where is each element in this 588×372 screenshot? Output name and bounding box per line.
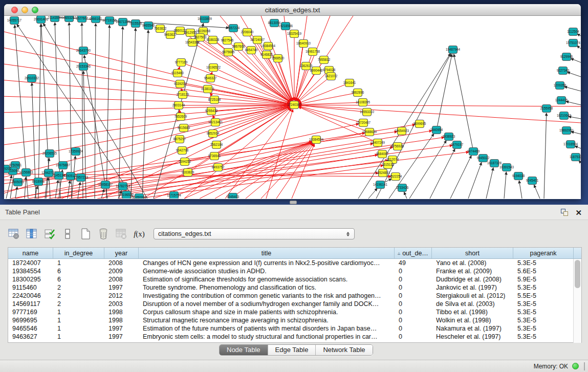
node-label: 9129946 — [560, 55, 573, 58]
function-builder-icon: f(x) — [134, 230, 145, 238]
node-label: 8938923 — [443, 135, 455, 138]
delete-table-button[interactable] — [97, 227, 110, 240]
cell-in_degree: 1 — [53, 308, 104, 316]
node-label: 1841641 — [343, 81, 356, 84]
new-table-button[interactable] — [79, 227, 92, 240]
node-label: 7562184 — [210, 143, 223, 146]
table-row[interactable]: 977716911998Corpus callosum shape and si… — [8, 308, 581, 316]
network-nodes: 1405571720691406211435991065328715276026… — [4, 16, 581, 199]
table-options-button[interactable] — [7, 227, 20, 240]
table-row[interactable]: 969969511998Structural magnetic resonanc… — [8, 316, 581, 324]
table-mode-tabs: Node Table Edge Table Network Table — [219, 344, 373, 356]
node-label: 9945022 — [477, 156, 490, 160]
cell-short: Hescheler et al. (1997) — [432, 333, 513, 341]
column-header-in_degree[interactable]: in_degree — [53, 248, 104, 258]
cell-out_de: 0 — [395, 267, 432, 275]
column-header-short[interactable]: short — [432, 248, 513, 258]
cell-pagerank: 5.3E-5 — [513, 308, 574, 316]
clear-selection-button[interactable] — [61, 227, 74, 240]
column-header-title[interactable]: title — [139, 248, 395, 258]
cell-year: 1997 — [104, 333, 139, 341]
node-label: 9875685 — [222, 50, 235, 54]
node-label: 9339201 — [174, 82, 187, 85]
node-label: 11381111 — [201, 87, 215, 91]
node-label: 1568520 — [272, 56, 285, 60]
table-row[interactable]: 1938455462009Genome-wide association stu… — [8, 267, 581, 275]
cell-name: 9777169 — [8, 308, 53, 316]
node-label: 18325419 — [287, 32, 302, 35]
node-label: 6466161 — [90, 17, 102, 20]
node-label: 13524851 — [376, 171, 390, 174]
table-row[interactable]: 1456911722003Disruption of a novel membe… — [8, 300, 581, 308]
network-window-titlebar[interactable]: citations_edges.txt — [4, 4, 581, 16]
node-label: 9699695 — [413, 122, 426, 125]
cell-in_degree: 1 — [53, 259, 104, 267]
node-label: 9255432 — [205, 109, 218, 113]
node-label: 19218586 — [278, 24, 293, 28]
node-table: namein_degreeyeartitle▵out_de…shortpager… — [8, 247, 582, 343]
node-label: 2803144 — [172, 103, 185, 107]
cell-year: 1997 — [104, 324, 139, 333]
cell-in_degree: 2 — [53, 292, 104, 300]
cell-pagerank: 5.5E-5 — [513, 292, 574, 300]
node-label: 9194038 — [512, 174, 525, 178]
cell-title: Changes of HCN gene expression and I(f) … — [139, 259, 395, 267]
node-label: 9862896 — [352, 91, 364, 94]
show-columns-icon — [26, 228, 38, 240]
cell-pagerank: 5.3E-5 — [513, 300, 574, 308]
node-label: 8990448 — [310, 69, 323, 72]
tab-edge-table[interactable]: Edge Table — [268, 345, 316, 355]
table-row[interactable]: 2242004622012Investigating the contribut… — [8, 292, 581, 300]
node-label: 8186328 — [207, 38, 220, 41]
select-all-rows-button[interactable] — [43, 227, 56, 240]
cell-title: Estimation of significance thresholds fo… — [139, 275, 395, 283]
scrollbar-thumb[interactable] — [575, 260, 580, 288]
column-header-pagerank[interactable]: pagerank — [513, 248, 574, 258]
cell-name: 9463627 — [8, 333, 53, 341]
node-label: 9163829 — [182, 170, 194, 174]
node-label: 11156803 — [19, 170, 33, 174]
column-header-year[interactable]: year — [104, 248, 139, 258]
node-label: 2206040 — [241, 30, 254, 34]
node-label: 8493752 — [212, 165, 225, 169]
tab-network-table[interactable]: Network Table — [316, 345, 372, 355]
close-panel-icon[interactable]: ✕ — [575, 209, 582, 216]
show-columns-button[interactable] — [25, 227, 38, 240]
node-label: 9756928 — [391, 144, 404, 148]
table-row[interactable]: 1830029562008Estimation of significance … — [8, 275, 581, 283]
node-label: 7905051 — [12, 180, 25, 184]
float-panel-icon[interactable] — [561, 209, 568, 216]
column-header-name[interactable]: name — [8, 248, 53, 258]
column-header-out_de[interactable]: ▵out_de… — [395, 248, 432, 258]
table-vertical-scrollbar[interactable] — [573, 259, 581, 343]
split-pane-grip[interactable] — [290, 201, 297, 204]
cell-pagerank: 5.3E-5 — [513, 283, 574, 292]
delete-table-icon — [97, 228, 110, 240]
node-label: 18640910 — [296, 41, 311, 45]
function-builder-button[interactable]: f(x) — [133, 227, 146, 240]
node-label: 14055717 — [7, 18, 22, 22]
network-window-title: citations_edges.txt — [4, 4, 581, 16]
network-canvas-container[interactable]: 1405571720691406211435991065328715276026… — [4, 16, 581, 199]
delete-column-button[interactable] — [115, 227, 128, 240]
network-canvas[interactable]: 1405571720691406211435991065328715276026… — [4, 16, 581, 199]
cell-in_degree: 1 — [53, 316, 104, 324]
table-panel-header: Table Panel ✕ — [0, 205, 588, 220]
cell-short: Jankovic et al. (1997) — [432, 283, 513, 292]
node-label: 16961758 — [306, 50, 320, 53]
table-row[interactable]: 946554611997Estimation of the future num… — [8, 324, 581, 333]
node-label: 2522254 — [389, 174, 402, 178]
node-label: 14196141 — [373, 183, 388, 186]
table-selector-dropdown[interactable]: citations_edges.txt — [154, 228, 355, 239]
node-label: 10688639 — [362, 130, 377, 134]
table-row[interactable]: 1872400712008Changes of HCN gene express… — [8, 259, 581, 267]
cell-year: 2012 — [104, 292, 139, 300]
cell-year: 2003 — [104, 300, 139, 308]
tab-node-table[interactable]: Node Table — [220, 345, 268, 355]
node-label: 18407249 — [371, 141, 385, 144]
cell-title: Investigating the contribution of common… — [139, 292, 395, 300]
table-row[interactable]: 946362711997Embryonic stem cells: a mode… — [8, 333, 581, 341]
node-label: 1244415 — [555, 98, 568, 102]
cell-short: de Silva et al. (2003) — [432, 300, 513, 308]
table-row[interactable]: 911546021997Tourette syndrome. Phenomeno… — [8, 283, 581, 292]
